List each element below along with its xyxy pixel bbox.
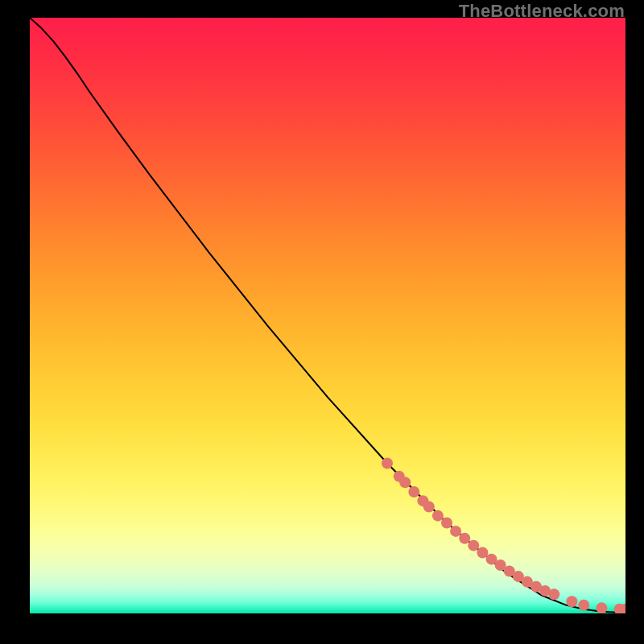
scatter-point [548, 588, 559, 600]
scatter-point [596, 602, 607, 613]
scatter-point [578, 600, 589, 611]
scatter-point [432, 510, 444, 522]
chart-overlay [30, 18, 625, 613]
scatter-point [468, 540, 479, 551]
scatter-markers [382, 458, 625, 613]
scatter-point [441, 518, 452, 529]
scatter-point [459, 533, 470, 544]
scatter-point [399, 477, 411, 488]
scatter-point [450, 526, 461, 537]
scatter-point [382, 458, 393, 469]
scatter-point [408, 486, 419, 497]
scatter-point [423, 502, 435, 513]
chart-frame: TheBottleneck.com [0, 0, 644, 644]
curve-line [30, 18, 625, 613]
watermark-text: TheBottleneck.com [459, 1, 625, 22]
scatter-point [566, 596, 577, 607]
